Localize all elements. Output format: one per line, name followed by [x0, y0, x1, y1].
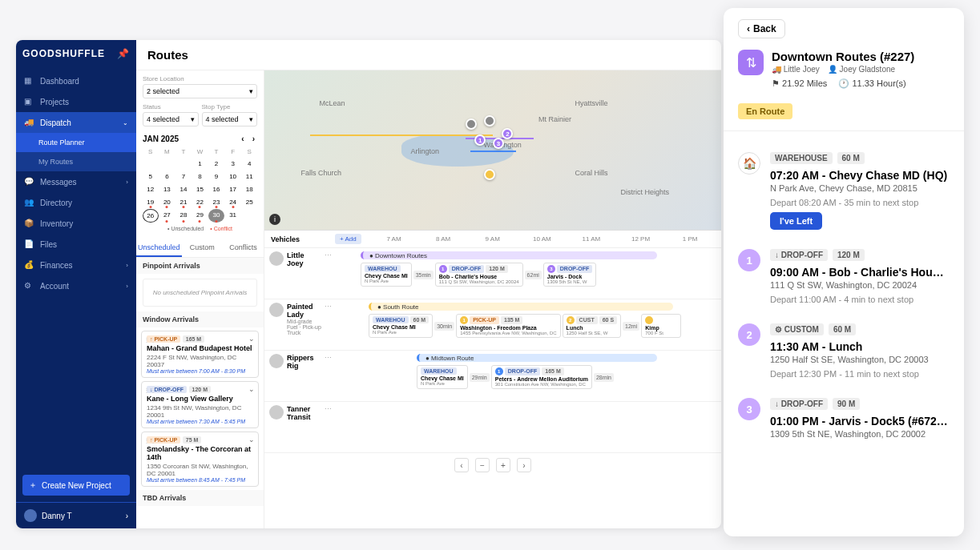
- drag-handle-icon[interactable]: ⋮⋮: [143, 336, 156, 343]
- map[interactable]: i McLeanArlingtonWashingtonHyattsvilleMt…: [264, 70, 721, 231]
- calendar-day[interactable]: 13: [159, 183, 175, 195]
- stoptype-filter[interactable]: 4 selected▾: [202, 112, 258, 126]
- calendar-day[interactable]: 2: [208, 158, 224, 170]
- cal-prev[interactable]: ‹: [239, 134, 246, 143]
- calendar-day[interactable]: 26: [143, 209, 159, 223]
- vehicle-row: Rippers Rig⋯ ● Midtown RouteWAREHOUChevy…: [264, 351, 721, 402]
- map-pin[interactable]: 3: [493, 138, 504, 149]
- route-bar[interactable]: ● Downtown Routes: [361, 251, 657, 259]
- calendar-day[interactable]: 25: [241, 196, 257, 208]
- calendar-day[interactable]: 7: [175, 171, 192, 183]
- timeline-stop-card[interactable]: WAREHOU60 MChevy Chase MIN Park Ave: [369, 314, 433, 338]
- user-menu[interactable]: Danny T›: [16, 502, 136, 528]
- pin-icon[interactable]: 📌: [117, 48, 130, 59]
- status-filter[interactable]: 4 selected▾: [143, 112, 199, 126]
- arrival-card[interactable]: ⋮⋮ ⌄ ↑ PICK-UP 75 M Smolandsky - The Cor…: [141, 432, 259, 487]
- drag-handle-icon[interactable]: ⋮⋮: [143, 437, 156, 444]
- timeline-stop-card[interactable]: 1 DROP-OFF120 MBob - Charlie's House111 …: [435, 263, 523, 287]
- timeline-stop-card[interactable]: 1 PICK-UP135 MWashington - Freedom Plaza…: [456, 314, 560, 338]
- timeline-stop-card[interactable]: Kimp700 F St: [641, 314, 681, 338]
- cal-next[interactable]: ›: [250, 134, 257, 143]
- calendar-day[interactable]: 14: [175, 183, 192, 195]
- store-filter[interactable]: 2 selected▾: [143, 84, 257, 98]
- nav-projects[interactable]: ▣Projects: [16, 91, 136, 112]
- nav-finances[interactable]: 💰Finances›: [16, 255, 136, 275]
- more-icon[interactable]: ⋯: [325, 251, 332, 259]
- expand-icon[interactable]: ⌄: [248, 436, 255, 444]
- calendar-day[interactable]: 10: [225, 171, 241, 183]
- drag-handle-icon[interactable]: ⋮⋮: [143, 387, 156, 394]
- map-pin[interactable]: 2: [502, 128, 513, 139]
- arrival-card[interactable]: ⋮⋮ ⌄ ↑ PICK-UP 165 M Mahan - Grand Budap…: [141, 331, 259, 378]
- tab-unscheduled[interactable]: Unscheduled: [136, 239, 182, 257]
- route-bar[interactable]: ● Midtown Route: [417, 354, 657, 362]
- vehicle-avatar: [269, 303, 284, 317]
- map-pin[interactable]: [484, 169, 495, 180]
- map-info-icon[interactable]: i: [269, 214, 280, 225]
- nav-my-routes[interactable]: My Routes: [16, 152, 136, 171]
- timeline-stop-card[interactable]: WAREHOUChevy Chase MIN Park Ave: [417, 365, 468, 389]
- calendar-day[interactable]: 11: [241, 171, 257, 183]
- tl-next[interactable]: ›: [517, 458, 531, 472]
- calendar-day[interactable]: 29: [192, 209, 208, 223]
- tl-zoom-in[interactable]: +: [496, 458, 510, 472]
- calendar-day[interactable]: 5: [143, 171, 159, 183]
- calendar-day[interactable]: 31: [225, 209, 241, 223]
- calendar-day[interactable]: 18: [241, 183, 257, 195]
- more-icon[interactable]: ⋯: [325, 405, 332, 413]
- map-pin[interactable]: [466, 118, 477, 130]
- timeline-stop-card[interactable]: 3 DROP-OFFJarvis - Dock1309 5th St NE, W: [543, 263, 597, 287]
- route-stop: 🏠WAREHOUSE60 M07:20 AM - Chevy Chase MD …: [738, 143, 950, 239]
- back-button[interactable]: ‹Back: [738, 19, 785, 38]
- ive-left-button[interactable]: I've Left: [770, 212, 822, 230]
- chevron-left-icon: ‹: [747, 23, 750, 34]
- route-bar[interactable]: ● South Route: [369, 303, 673, 311]
- calendar-day[interactable]: 27: [159, 209, 175, 223]
- nav-account[interactable]: ⚙Account›: [16, 275, 136, 296]
- calendar-day[interactable]: 12: [143, 183, 159, 195]
- map-pin[interactable]: 1: [474, 134, 486, 146]
- calendar-day[interactable]: 30: [208, 209, 224, 223]
- nav-route-planner[interactable]: Route Planner: [16, 133, 136, 152]
- create-project-button[interactable]: ＋Create New Project: [22, 475, 130, 496]
- calendar-day[interactable]: 17: [225, 183, 241, 195]
- tab-conflicts[interactable]: Conflicts: [223, 239, 264, 257]
- calendar-day[interactable]: 21: [175, 196, 192, 208]
- flag-icon: ⚑: [772, 78, 780, 88]
- nav-inventory[interactable]: 📦Inventory: [16, 213, 136, 234]
- timeline-stop-card[interactable]: WAREHOUChevy Chase MIN Park Ave: [361, 263, 412, 287]
- timeline-stop-card[interactable]: 2 CUST60 SLunch1250 Half St SE, W: [563, 314, 621, 338]
- calendar-day: [159, 158, 175, 170]
- timeline-stop-card[interactable]: 1 DROP-OFF165 MPeters - Andrew Mellon Au…: [491, 365, 592, 389]
- tab-custom[interactable]: Custom: [182, 239, 223, 257]
- calendar-day[interactable]: 28: [175, 209, 192, 223]
- calendar-day[interactable]: 23: [208, 196, 224, 208]
- calendar-day[interactable]: 20: [159, 196, 175, 208]
- nav-dispatch[interactable]: 🚚Dispatch⌄: [16, 112, 136, 133]
- add-vehicle-button[interactable]: + Add: [335, 234, 361, 244]
- expand-icon[interactable]: ⌄: [248, 385, 255, 393]
- nav-messages[interactable]: 💬Messages›: [16, 171, 136, 192]
- map-pin[interactable]: [484, 115, 495, 126]
- calendar-day[interactable]: 19: [143, 196, 159, 208]
- more-icon[interactable]: ⋯: [325, 303, 332, 311]
- vehicle-row: Painted LadyMid-grade Fuel · Pick-up Tru…: [264, 299, 721, 351]
- calendar-day[interactable]: 15: [192, 183, 208, 195]
- tl-prev[interactable]: ‹: [454, 458, 469, 472]
- calendar-day[interactable]: 16: [208, 183, 224, 195]
- more-icon[interactable]: ⋯: [325, 354, 332, 362]
- calendar-day[interactable]: 1: [192, 158, 208, 170]
- nav-directory[interactable]: 👥Directory: [16, 192, 136, 213]
- calendar-day[interactable]: 8: [192, 171, 208, 183]
- calendar-day[interactable]: 4: [241, 158, 257, 170]
- calendar-day[interactable]: 6: [159, 171, 175, 183]
- calendar-day[interactable]: 3: [225, 158, 241, 170]
- tl-zoom-out[interactable]: −: [475, 458, 490, 472]
- calendar-day[interactable]: 22: [192, 196, 208, 208]
- calendar-day[interactable]: 24: [225, 196, 241, 208]
- nav-files[interactable]: 📄Files: [16, 234, 136, 255]
- arrival-card[interactable]: ⋮⋮ ⌄ ↓ DROP-OFF 120 M Kane - Long View G…: [141, 381, 259, 428]
- expand-icon[interactable]: ⌄: [248, 335, 255, 343]
- calendar-day[interactable]: 9: [208, 171, 224, 183]
- nav-dashboard[interactable]: ▦Dashboard: [16, 70, 136, 91]
